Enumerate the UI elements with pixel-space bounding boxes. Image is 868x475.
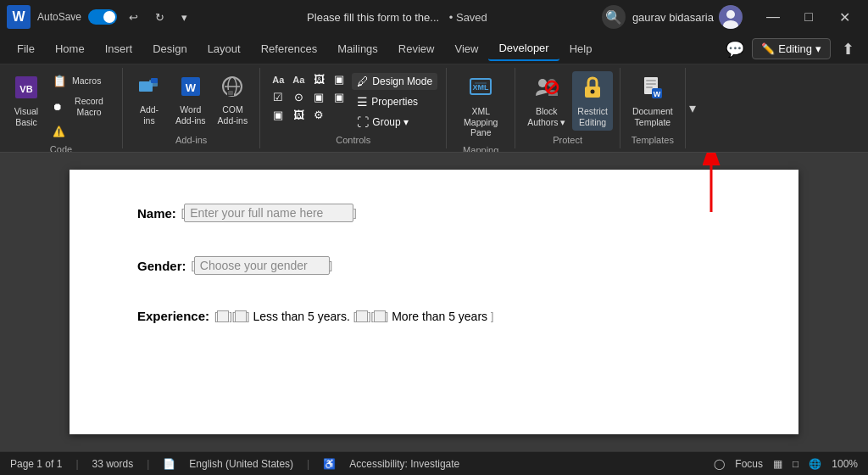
design-mode-icon: 🖊 bbox=[357, 75, 369, 88]
macro-pause-button[interactable]: ⚠️ bbox=[47, 122, 115, 141]
experience-field-row: Experience: [ ] [ ] Less than 5 years. [… bbox=[137, 309, 731, 323]
ctrl-aa1-button[interactable]: Aa bbox=[269, 71, 287, 87]
document-template-button[interactable]: W DocumentTemplate bbox=[627, 71, 678, 131]
ctrl-check-button[interactable]: ☑ bbox=[269, 89, 287, 105]
com-addins-icon bbox=[220, 75, 244, 103]
menu-item-mailings[interactable]: Mailings bbox=[327, 37, 388, 60]
menu-item-file[interactable]: File bbox=[7, 37, 45, 60]
checkbox-less-2[interactable] bbox=[235, 310, 247, 322]
visual-basic-button[interactable]: VB VisualBasic bbox=[7, 71, 46, 131]
menu-item-design[interactable]: Design bbox=[142, 37, 197, 60]
xml-mapping-label: XML MappingPane bbox=[459, 106, 503, 138]
addins-button[interactable]: Add-ins bbox=[130, 71, 169, 129]
maximize-button[interactable]: □ bbox=[792, 3, 826, 31]
autosave-label: AutoSave bbox=[37, 11, 81, 23]
ribbon-group-code: VB VisualBasic 📋 Macros ⏺ Record Macro ⚠… bbox=[0, 68, 123, 148]
menu-item-review[interactable]: Review bbox=[388, 37, 445, 60]
design-mode-button[interactable]: 🖊 Design Mode bbox=[352, 73, 437, 90]
ctrl-gear-button[interactable]: ⚙ bbox=[309, 107, 328, 123]
block-authors-icon bbox=[534, 75, 559, 104]
gender-dropdown[interactable]: Choose your gender bbox=[194, 256, 330, 275]
macro-record-label: Record Macro bbox=[68, 96, 110, 117]
menu-item-developer[interactable]: Developer bbox=[488, 36, 559, 61]
ribbon: VB VisualBasic 📋 Macros ⏺ Record Macro ⚠… bbox=[0, 64, 868, 153]
word-count: 33 words bbox=[92, 458, 134, 470]
status-right: ◯ Focus ▦ □ 🌐 100% bbox=[714, 458, 858, 470]
customize-quick-access[interactable]: ▾ bbox=[176, 9, 192, 25]
svg-rect-7 bbox=[151, 78, 158, 83]
checkbox-more-1[interactable] bbox=[356, 310, 368, 322]
ctrl-img2-button[interactable]: 🖼 bbox=[289, 107, 308, 123]
accessibility-label: Accessibility: Investigate bbox=[349, 458, 459, 470]
avatar bbox=[719, 5, 743, 29]
menu-item-help[interactable]: Help bbox=[559, 37, 603, 60]
macro-settings-button[interactable]: ⏺ Record Macro bbox=[47, 92, 115, 120]
web-view-icon: 🌐 bbox=[809, 458, 821, 470]
group-label: Group ▾ bbox=[372, 116, 409, 128]
page-info: Page 1 of 1 bbox=[10, 458, 62, 470]
menu-item-layout[interactable]: Layout bbox=[198, 37, 251, 60]
svg-text:W: W bbox=[186, 81, 197, 94]
checkbox-more-2[interactable] bbox=[374, 310, 386, 322]
name-input[interactable]: Enter your full name here bbox=[184, 204, 353, 222]
macros-button[interactable]: 📋 Macros bbox=[47, 71, 115, 91]
word-addins-button[interactable]: W WordAdd-ins bbox=[170, 71, 211, 129]
group-button[interactable]: ⛶ Group ▾ bbox=[352, 114, 437, 131]
controls-right-buttons: 🖊 Design Mode ☰ Properties ⛶ Group ▾ bbox=[352, 71, 437, 131]
xml-mapping-icon: XML bbox=[468, 75, 493, 104]
minimize-button[interactable]: — bbox=[756, 3, 790, 31]
protect-group-label: Protect bbox=[553, 133, 582, 147]
svg-point-1 bbox=[726, 10, 735, 19]
menu-item-references[interactable]: References bbox=[251, 37, 327, 60]
ctrl-box4-button[interactable]: ▣ bbox=[269, 107, 287, 123]
ctrl-img-button[interactable]: 🖼 bbox=[309, 71, 328, 87]
close-button[interactable]: ✕ bbox=[827, 3, 861, 31]
menu-right: 💬 ✏️ Editing ▾ ⬆ bbox=[721, 36, 861, 63]
xml-mapping-button[interactable]: XML XML MappingPane bbox=[453, 71, 508, 142]
undo-button[interactable]: ↩ bbox=[124, 9, 143, 25]
code-group-label: Code bbox=[50, 142, 72, 153]
visual-basic-icon: VB bbox=[14, 75, 39, 104]
redo-button[interactable]: ↻ bbox=[150, 9, 170, 25]
ribbon-group-mapping: XML XML MappingPane Mapping bbox=[447, 68, 515, 148]
word-addins-label: WordAdd-ins bbox=[175, 104, 206, 126]
word-logo-icon: W bbox=[7, 5, 31, 29]
checkbox-less-1[interactable] bbox=[217, 310, 229, 322]
ctrl-box3-button[interactable]: ▣ bbox=[330, 89, 348, 105]
addins-group-label: Add-ins bbox=[175, 133, 207, 147]
ribbon-scroll-button[interactable]: ▾ bbox=[686, 100, 699, 116]
ctrl-box2-button[interactable]: ▣ bbox=[309, 89, 328, 105]
ctrl-box1-button[interactable]: ▣ bbox=[330, 71, 348, 87]
name-bracket-right: ] bbox=[353, 207, 356, 219]
window-controls: — □ ✕ bbox=[756, 3, 861, 31]
search-button[interactable]: 🔍 bbox=[602, 5, 626, 29]
block-authors-button[interactable]: BlockAuthors ▾ bbox=[522, 71, 570, 131]
menu-item-insert[interactable]: Insert bbox=[95, 37, 143, 60]
svg-text:XML: XML bbox=[473, 83, 490, 92]
editing-mode-button[interactable]: ✏️ Editing ▾ bbox=[752, 38, 831, 59]
restrict-editing-button[interactable]: RestrictEditing bbox=[572, 71, 613, 131]
addins-icon bbox=[137, 75, 161, 103]
gender-label: Gender: bbox=[137, 259, 186, 273]
macro-pause-icon: ⚠️ bbox=[53, 126, 65, 137]
controls-group-content: Aa Aa 🖼 ▣ ☑ ⊙ ▣ ▣ ▣ 🖼 ⚙ bbox=[265, 70, 441, 133]
gender-field-row: Gender: [ Choose your gender ] bbox=[137, 256, 731, 275]
mapping-group-content: XML XML MappingPane bbox=[450, 70, 511, 143]
block-authors-label: BlockAuthors ▾ bbox=[527, 106, 565, 127]
autosave-toggle[interactable] bbox=[88, 9, 117, 25]
share-button[interactable]: ⬆ bbox=[834, 36, 861, 63]
menu-item-view[interactable]: View bbox=[444, 37, 488, 60]
comment-button[interactable]: 💬 bbox=[721, 36, 748, 63]
com-addins-button[interactable]: COMAdd-ins bbox=[213, 71, 253, 129]
focus-label: Focus bbox=[735, 458, 763, 470]
properties-button[interactable]: ☰ Properties bbox=[352, 93, 437, 110]
name-field-row: Name: [ Enter your full name here ] bbox=[137, 204, 731, 222]
editing-label: Editing bbox=[778, 42, 812, 55]
layout-icon: ▦ bbox=[773, 458, 782, 470]
experience-label: Experience: bbox=[137, 309, 209, 323]
properties-icon: ☰ bbox=[357, 95, 368, 109]
ctrl-aa2-button[interactable]: Aa bbox=[289, 71, 308, 87]
pencil-icon: ✏️ bbox=[761, 42, 775, 55]
ctrl-radio-button[interactable]: ⊙ bbox=[289, 89, 308, 105]
menu-item-home[interactable]: Home bbox=[45, 37, 95, 60]
